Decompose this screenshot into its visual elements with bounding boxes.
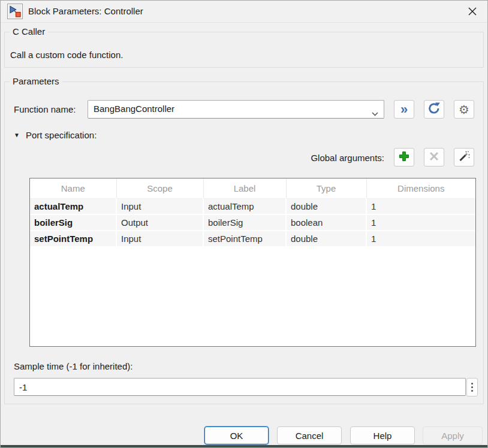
plus-icon [398,150,410,164]
table-row[interactable]: actualTemp Input actualTemp double 1 [30,198,475,214]
table-header-row: Name Scope Label Type Dimensions [30,178,475,198]
cell-dimensions[interactable]: 1 [366,214,475,231]
port-specification-table: Name Scope Label Type Dimensions actualT… [29,178,476,347]
apply-button[interactable]: Apply [423,426,483,444]
add-argument-button[interactable] [394,148,414,167]
double-chevron-icon: » [400,102,408,117]
cell-label[interactable]: actualTemp [203,198,286,214]
port-specification-toggle[interactable]: ▼ Port specification: [14,130,97,140]
cell-type[interactable]: double [286,231,366,247]
cell-name[interactable]: boilerSig [30,214,116,231]
column-header-label: Label [203,178,286,198]
sample-time-input[interactable] [14,378,466,396]
refresh-button[interactable] [424,100,444,119]
global-arguments-label: Global arguments: [252,153,384,163]
delete-x-icon [429,151,439,164]
cell-label[interactable]: setPointTemp [203,231,286,247]
settings-button[interactable]: ⚙ [454,100,474,119]
titlebar: Block Parameters: Controller [1,1,487,23]
port-specification-label: Port specification: [26,130,97,140]
cell-name[interactable]: setPointTemp [30,231,116,247]
dialog-title: Block Parameters: Controller [28,6,143,16]
cell-dimensions[interactable]: 1 [366,231,475,247]
auto-fill-wand-button[interactable] [454,148,474,167]
sample-time-options-button[interactable] [466,378,478,396]
column-header-scope: Scope [116,178,203,198]
cell-type[interactable]: double [286,198,366,214]
column-header-type: Type [286,178,366,198]
cell-type[interactable]: boolean [286,214,366,231]
help-button[interactable]: Help [350,426,415,444]
cancel-button[interactable]: Cancel [277,426,342,444]
column-header-dimensions: Dimensions [366,178,475,198]
function-name-label: Function name: [14,104,76,114]
column-header-name: Name [30,178,116,198]
table-row[interactable]: setPointTemp Input setPointTemp double 1 [30,231,475,247]
cell-scope[interactable]: Input [116,231,203,247]
cell-scope[interactable]: Input [116,198,203,214]
simulink-block-icon [7,4,23,19]
cell-dimensions[interactable]: 1 [366,198,475,214]
sample-time-label: Sample time (-1 for inherited): [14,361,132,371]
refresh-icon [427,102,441,117]
goto-function-button[interactable]: » [394,100,414,119]
function-name-value: BangBangController [94,104,174,114]
c-caller-group-title: C Caller [10,26,48,37]
magic-wand-icon [458,150,470,164]
function-name-combobox[interactable]: BangBangController [88,100,384,119]
block-parameters-dialog: Block Parameters: Controller C Caller Ca… [0,0,488,448]
cell-label[interactable]: boilerSig [203,214,286,231]
block-description: Call a custom code function. [10,50,123,60]
ok-button[interactable]: OK [204,426,269,444]
kebab-menu-icon [471,383,473,392]
chevron-down-icon [372,108,378,112]
cell-scope[interactable]: Output [116,214,203,231]
window-bottom-edge [1,445,487,447]
gear-icon: ⚙ [459,104,469,116]
close-button[interactable] [465,4,480,20]
delete-argument-button[interactable] [424,148,444,167]
collapse-triangle-icon: ▼ [14,132,20,138]
close-icon [468,7,477,18]
parameters-group-title: Parameters [10,76,62,86]
cell-name[interactable]: actualTemp [30,198,116,214]
table-row[interactable]: boilerSig Output boilerSig boolean 1 [30,214,475,231]
